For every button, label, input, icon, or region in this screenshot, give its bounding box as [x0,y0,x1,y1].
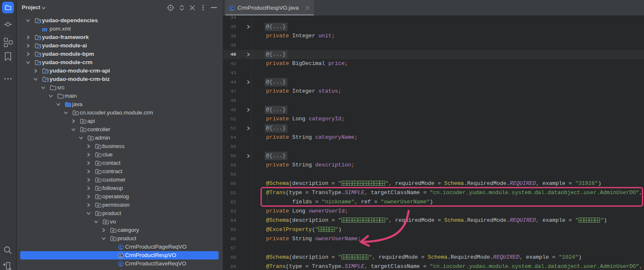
svg-text:C: C [120,254,122,258]
svg-text:C: C [231,6,233,10]
svg-text:C: C [120,245,122,249]
svg-text:m: m [42,26,47,32]
svg-text:C: C [120,262,122,266]
